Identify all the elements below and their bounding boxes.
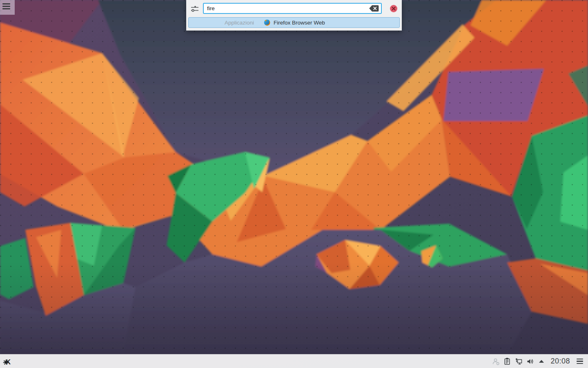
application-launcher-button[interactable]: K <box>2 356 13 367</box>
taskbar-panel: K <box>0 354 588 368</box>
krunner-dialog: Applicazioni Firefox Browser Web <box>186 0 402 31</box>
backspace-icon[interactable] <box>369 5 379 12</box>
panel-menu-button[interactable] <box>576 357 584 366</box>
hamburger-icon <box>2 3 10 11</box>
firefox-icon <box>264 19 270 26</box>
expand-up-icon[interactable] <box>537 357 546 366</box>
search-input[interactable] <box>203 3 382 14</box>
kde-logo: K <box>3 357 12 366</box>
desktop-toolbox-button[interactable] <box>0 0 15 15</box>
wallpaper <box>0 0 588 368</box>
clipboard-icon[interactable] <box>503 357 511 366</box>
result-label: Firefox Browser Web <box>274 20 325 26</box>
user-status-icon[interactable] <box>492 357 500 366</box>
sliders-icon[interactable] <box>190 4 199 13</box>
volume-icon[interactable] <box>526 357 534 366</box>
digital-clock[interactable]: 20:08 <box>550 357 570 366</box>
network-wired-icon[interactable] <box>514 357 523 366</box>
search-result-row[interactable]: Applicazioni Firefox Browser Web <box>188 17 400 28</box>
svg-text:K: K <box>6 358 11 365</box>
result-category: Applicazioni <box>189 20 254 26</box>
close-icon[interactable] <box>390 5 397 12</box>
desktop[interactable]: Applicazioni Firefox Browser Web <box>0 0 588 368</box>
